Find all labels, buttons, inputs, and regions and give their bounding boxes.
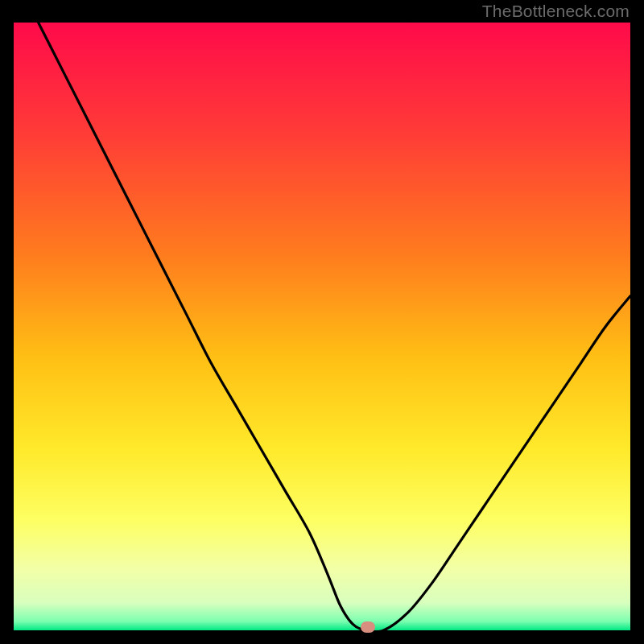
plot-area — [14, 23, 630, 630]
optimum-marker — [361, 621, 375, 633]
curve-layer — [14, 23, 630, 630]
bottleneck-curve — [39, 23, 630, 630]
chart-stage: TheBottleneck.com — [0, 0, 644, 644]
watermark-text: TheBottleneck.com — [482, 2, 630, 21]
